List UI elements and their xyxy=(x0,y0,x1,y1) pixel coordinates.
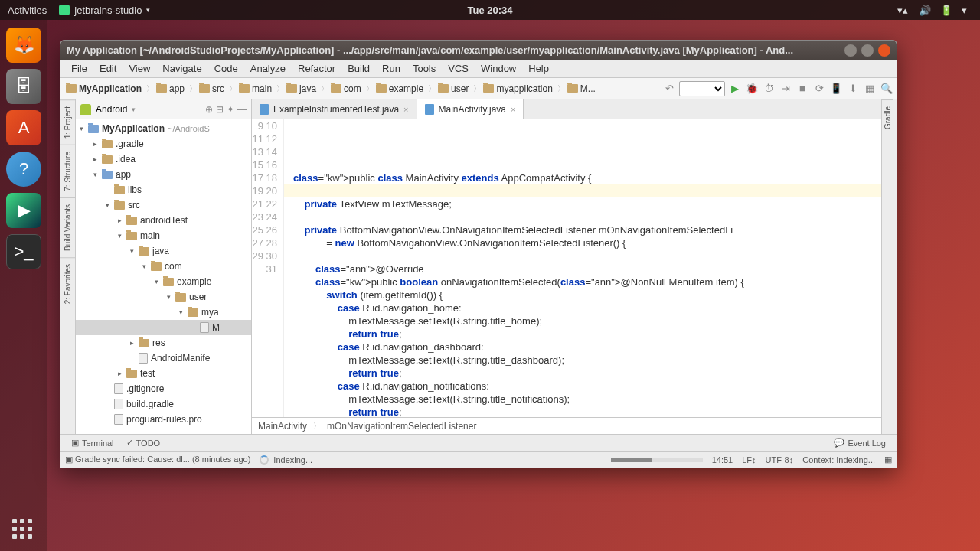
structure-tool-tab[interactable]: 7: Structure xyxy=(60,145,75,197)
gradle-tool-tab[interactable]: Gradle xyxy=(882,99,893,135)
tree-node[interactable]: libs xyxy=(76,182,251,197)
menu-help[interactable]: Help xyxy=(522,63,555,74)
menu-view[interactable]: View xyxy=(122,63,156,74)
breadcrumb-item[interactable]: 〉app xyxy=(144,83,187,94)
tree-root[interactable]: ▾ MyApplication ~/AndroidS xyxy=(76,121,251,136)
breadcrumb-item[interactable]: 〉user xyxy=(426,83,471,94)
event-log-tab[interactable]: 💬 Event Log xyxy=(828,438,892,448)
menu-run[interactable]: Run xyxy=(376,63,407,74)
favorites-tool-tab[interactable]: 2: Favorites xyxy=(60,257,75,310)
editor-breadcrumb-item[interactable]: mOnNavigationItemSelectedListener xyxy=(327,421,476,432)
volume-icon[interactable]: 🔊 xyxy=(919,5,929,15)
editor-tab[interactable]: ExampleInstrumentedTest.java× xyxy=(252,99,417,119)
breadcrumb-item[interactable]: 〉M... xyxy=(555,83,598,94)
scroll-to-source-icon[interactable]: ⊕ xyxy=(205,104,213,115)
hide-icon[interactable]: — xyxy=(237,104,247,115)
settings-icon[interactable]: ✦ xyxy=(227,104,234,115)
breadcrumb-item[interactable]: 〉com xyxy=(318,83,364,94)
battery-icon[interactable]: 🔋 xyxy=(940,5,951,15)
tree-node[interactable]: ▸res xyxy=(76,335,251,350)
project-tool-tab[interactable]: 1: Project xyxy=(60,99,75,145)
show-applications-button[interactable] xyxy=(12,519,35,542)
breadcrumb-item[interactable]: 〉example xyxy=(364,83,426,94)
tree-node[interactable]: ▾java xyxy=(76,243,251,259)
menu-vcs[interactable]: VCS xyxy=(442,63,475,74)
debug-icon[interactable]: 🐞 xyxy=(745,82,759,96)
search-icon[interactable]: 🔍 xyxy=(880,82,893,96)
tree-node[interactable]: ▾main xyxy=(76,228,251,243)
breadcrumb-item[interactable]: 〉src xyxy=(187,83,227,94)
sdk-icon[interactable]: ⬇ xyxy=(846,82,860,96)
menu-build[interactable]: Build xyxy=(341,63,376,74)
close-button[interactable] xyxy=(878,44,890,57)
tree-node[interactable]: ▾user xyxy=(76,289,251,305)
tree-node[interactable]: .gitignore xyxy=(76,381,251,396)
breadcrumb-item[interactable]: 〉main xyxy=(227,83,274,94)
todo-tool-tab[interactable]: ✓ TODO xyxy=(120,438,167,448)
breadcrumb-item[interactable]: 〉java xyxy=(274,83,318,94)
editor-breadcrumb[interactable]: MainActivity〉mOnNavigationItemSelectedLi… xyxy=(252,417,881,434)
tree-node[interactable]: ▸.gradle xyxy=(76,136,251,152)
attach-icon[interactable]: ⇥ xyxy=(779,82,792,96)
menu-file[interactable]: File xyxy=(65,63,93,74)
tree-node[interactable]: ▸.idea xyxy=(76,152,251,167)
power-icon[interactable]: ▾ xyxy=(962,5,972,15)
maximize-button[interactable] xyxy=(861,44,874,57)
editor-breadcrumb-item[interactable]: MainActivity xyxy=(258,421,307,432)
run-icon[interactable]: ▶ xyxy=(728,82,742,96)
launcher-firefox[interactable]: 🦊 xyxy=(6,28,41,63)
menu-refactor[interactable]: Refactor xyxy=(292,63,341,74)
activities-button[interactable]: Activities xyxy=(8,5,47,16)
tree-node[interactable]: ▾mya xyxy=(76,305,251,320)
launcher-terminal[interactable]: >_ xyxy=(6,234,41,269)
profile-icon[interactable]: ⏱ xyxy=(762,82,776,96)
tree-node[interactable]: AndroidManife xyxy=(76,350,251,366)
menu-window[interactable]: Window xyxy=(475,63,522,74)
menu-code[interactable]: Code xyxy=(208,63,244,74)
launcher-help[interactable]: ? xyxy=(6,152,41,187)
project-view-selector[interactable]: Android xyxy=(96,104,127,115)
editor-tab[interactable]: MainActivity.java× xyxy=(417,99,524,119)
tree-node[interactable]: build.gradle xyxy=(76,396,251,412)
build-variants-tab[interactable]: Build Variants xyxy=(60,197,75,257)
menu-edit[interactable]: Edit xyxy=(93,63,122,74)
tree-node[interactable]: ▾example xyxy=(76,274,251,289)
menu-tools[interactable]: Tools xyxy=(407,63,442,74)
project-tree[interactable]: ▾ MyApplication ~/AndroidS ▸.gradle▸.ide… xyxy=(76,119,251,434)
tree-node[interactable]: ▾src xyxy=(76,197,251,213)
launcher-android-studio[interactable]: ▶ xyxy=(6,193,41,228)
network-icon[interactable]: ▾▴ xyxy=(897,5,908,15)
tree-node[interactable]: proguard-rules.pro xyxy=(76,412,251,427)
avd-icon[interactable]: 📱 xyxy=(829,82,843,96)
caret-position[interactable]: 14:51 xyxy=(712,455,733,465)
close-tab-icon[interactable]: × xyxy=(511,105,515,114)
breadcrumb-item[interactable]: 〉myapplication xyxy=(471,83,554,94)
menu-analyze[interactable]: Analyze xyxy=(244,63,292,74)
sync-icon[interactable]: ⟳ xyxy=(812,82,826,96)
menu-navigate[interactable]: Navigate xyxy=(156,63,207,74)
tree-node[interactable]: ▾app xyxy=(76,167,251,182)
structure-icon[interactable]: ▦ xyxy=(863,82,877,96)
tree-node[interactable]: ▸androidTest xyxy=(76,213,251,228)
tree-node[interactable]: ▸test xyxy=(76,366,251,381)
launcher-files[interactable]: 🗄 xyxy=(6,69,41,104)
breadcrumb-item[interactable]: MyApplication xyxy=(64,83,144,94)
minimize-button[interactable] xyxy=(844,44,857,57)
stop-icon[interactable]: ■ xyxy=(795,82,809,96)
window-titlebar[interactable]: My Application [~/AndroidStudioProjects/… xyxy=(60,41,897,60)
terminal-tool-tab[interactable]: ▣ Terminal xyxy=(65,438,120,448)
clock[interactable]: Tue 20:34 xyxy=(467,5,512,16)
line-separator[interactable]: LF↕ xyxy=(742,455,756,465)
tree-node[interactable]: M xyxy=(76,320,251,335)
code-editor[interactable]: 9 10 11 12 13 14 15 16 17 18 19 20 21 22… xyxy=(252,119,881,417)
file-encoding[interactable]: UTF-8↕ xyxy=(766,455,794,465)
collapse-all-icon[interactable]: ⊟ xyxy=(216,104,224,115)
memory-indicator-icon[interactable]: ▦ xyxy=(884,455,892,465)
close-tab-icon[interactable]: × xyxy=(403,105,408,114)
run-config-selector[interactable] xyxy=(679,81,725,96)
code-content[interactable]: class="kw">public class MainActivity ext… xyxy=(284,119,881,417)
nav-back-icon[interactable]: ↶ xyxy=(662,82,676,96)
launcher-software[interactable]: A xyxy=(6,110,41,145)
app-menu[interactable]: jetbrains-studio xyxy=(59,5,150,16)
tree-node[interactable]: ▾com xyxy=(76,259,251,274)
